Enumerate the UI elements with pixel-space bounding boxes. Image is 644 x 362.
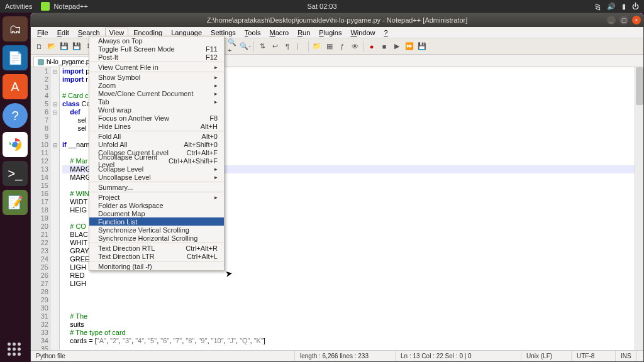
- maximize-button[interactable]: ▢: [619, 16, 628, 25]
- status-encoding: UTF-8: [572, 351, 616, 361]
- notepadpp-appicon: [41, 2, 50, 11]
- menu-edit[interactable]: Edit: [53, 28, 73, 37]
- launcher: 🗂 📄 A ? >_ 📝: [0, 13, 30, 362]
- indent-guide-icon[interactable]: ⎸: [294, 41, 306, 52]
- view-menu-zoom[interactable]: Zoom▸: [89, 81, 224, 89]
- save-macro-icon[interactable]: 💾: [416, 41, 428, 52]
- menu-plugins[interactable]: Plugins: [315, 28, 345, 37]
- view-menu-uncollapse-level[interactable]: Uncollapse Level▸: [89, 173, 224, 181]
- view-menu-unfold-all[interactable]: Unfold AllAlt+Shift+0: [89, 140, 224, 148]
- status-length: length : 6,266 lines : 233: [295, 351, 396, 361]
- window-title: Z:\home\apratakash\Desktop\journaldev\hi…: [207, 16, 468, 24]
- view-menu-hide-lines[interactable]: Hide LinesAlt+H: [89, 122, 224, 130]
- line-gutter: 1234567891011121314151617181920212223242…: [31, 67, 51, 350]
- status-insert-mode: INS: [616, 351, 637, 361]
- launcher-software[interactable]: A: [3, 74, 28, 99]
- launcher-files[interactable]: 🗂: [3, 16, 28, 41]
- zoom-in-icon[interactable]: 🔍+: [227, 41, 238, 52]
- open-file-icon[interactable]: 📂: [46, 41, 57, 52]
- view-menu-project[interactable]: Project▸: [89, 193, 224, 201]
- gnome-topbar: Activities Notepad++ Sat 02:03 ⧎ 🔊 ▮ ⏻: [0, 0, 644, 13]
- battery-icon[interactable]: ▮: [622, 3, 626, 11]
- menu-macro[interactable]: Macro: [266, 28, 293, 37]
- statusbar: Python file length : 6,266 lines : 233 L…: [31, 350, 643, 361]
- view-menu-post-it[interactable]: Post-ItF12: [89, 53, 224, 61]
- menu-?[interactable]: ?: [380, 28, 392, 37]
- record-macro-icon[interactable]: ●: [366, 41, 377, 52]
- view-menu-show-symbol[interactable]: Show Symbol▸: [89, 73, 224, 81]
- tab-file-icon: [38, 59, 44, 65]
- save-all-icon[interactable]: 💾: [71, 41, 82, 52]
- launcher-notepadpp[interactable]: 📝: [3, 190, 28, 215]
- view-menu-synchronize-vertical-scrolling[interactable]: Synchronize Vertical Scrolling: [89, 226, 224, 234]
- close-button[interactable]: ×: [632, 16, 641, 25]
- titlebar[interactable]: Z:\home\apratakash\Desktop\journaldev\hi…: [31, 13, 643, 27]
- view-menu-word-wrap[interactable]: Word wrap: [89, 106, 224, 114]
- view-menu-view-current-file-in[interactable]: View Current File in▸: [89, 63, 224, 71]
- menu-window[interactable]: Window: [347, 28, 379, 37]
- menu-file[interactable]: File: [33, 28, 52, 37]
- power-icon[interactable]: ⏻: [632, 3, 639, 10]
- monitor-icon[interactable]: 👁: [349, 41, 360, 52]
- view-menu-text-direction-ltr[interactable]: Text Direction LTRCtrl+Alt+L: [89, 252, 224, 260]
- menu-tools[interactable]: Tools: [241, 28, 265, 37]
- launcher-chrome[interactable]: [3, 132, 28, 157]
- view-menu-summary-[interactable]: Summary...: [89, 183, 224, 191]
- view-menu-fold-all[interactable]: Fold AllAlt+0: [89, 132, 224, 140]
- volume-icon[interactable]: 🔊: [607, 3, 616, 11]
- tab-label: hi-lo_pygame.py: [47, 58, 92, 65]
- view-menu-toggle-full-screen-mode[interactable]: Toggle Full Screen ModeF11: [89, 45, 224, 53]
- mouse-cursor-icon: ➤: [225, 268, 234, 279]
- save-icon[interactable]: 💾: [58, 41, 70, 52]
- status-position: Ln : 13 Col : 22 Sel : 0 | 0: [396, 351, 521, 361]
- view-menu-synchronize-horizontal-scrolling[interactable]: Synchronize Horizontal Scrolling: [89, 234, 224, 242]
- view-menu-always-on-top[interactable]: Always on Top: [89, 36, 224, 45]
- doc-map-icon[interactable]: ▦: [324, 41, 335, 52]
- launcher-apps-grid[interactable]: [8, 343, 21, 356]
- view-menu-function-list[interactable]: Function List: [89, 217, 224, 226]
- view-menu-dropdown: Always on TopToggle Full Screen ModeF11P…: [89, 36, 225, 271]
- launcher-writer[interactable]: 📄: [3, 45, 28, 70]
- clock[interactable]: Sat 02:03: [307, 3, 336, 10]
- fold-gutter[interactable]: ⊟⊟⊟⊟: [51, 67, 60, 350]
- wordwrap-icon[interactable]: ↩: [269, 41, 280, 52]
- show-all-chars-icon[interactable]: ¶: [282, 41, 293, 52]
- minimize-button[interactable]: _: [607, 16, 616, 25]
- launcher-terminal[interactable]: >_: [3, 161, 28, 186]
- scrollbar-thumb[interactable]: [636, 67, 643, 105]
- view-menu-move-clone-current-document[interactable]: Move/Clone Current Document▸: [89, 89, 224, 97]
- zoom-out-icon[interactable]: 🔍-: [240, 41, 251, 52]
- new-file-icon[interactable]: 🗋: [33, 41, 45, 52]
- status-filetype: Python file: [31, 351, 295, 361]
- view-menu-monitoring-tail-f-[interactable]: Monitoring (tail -f): [89, 262, 224, 270]
- view-menu-folder-as-workspace[interactable]: Folder as Workspace: [89, 201, 224, 209]
- view-menu-uncollapse-current-level[interactable]: Uncollapse Current LevelCtrl+Alt+Shift+F: [89, 156, 224, 165]
- network-icon[interactable]: ⧎: [595, 3, 601, 11]
- vertical-scrollbar[interactable]: [635, 67, 643, 350]
- status-eol: Unix (LF): [521, 351, 572, 361]
- launcher-help[interactable]: ?: [3, 103, 28, 128]
- topbar-app-name[interactable]: Notepad++: [53, 3, 87, 10]
- folder-workspace-icon[interactable]: 📁: [311, 41, 323, 52]
- menu-run[interactable]: Run: [294, 28, 314, 37]
- view-menu-document-map[interactable]: Document Map: [89, 209, 224, 217]
- sync-v-icon[interactable]: ⇅: [257, 41, 268, 52]
- func-list-icon[interactable]: ƒ: [336, 41, 348, 52]
- activities-button[interactable]: Activities: [5, 3, 32, 10]
- stop-macro-icon[interactable]: ■: [379, 41, 390, 52]
- view-menu-focus-on-another-view[interactable]: Focus on Another ViewF8: [89, 114, 224, 122]
- view-menu-tab[interactable]: Tab▸: [89, 97, 224, 106]
- view-menu-text-direction-rtl[interactable]: Text Direction RTLCtrl+Alt+R: [89, 244, 224, 252]
- play-multi-icon[interactable]: ⏩: [404, 41, 415, 52]
- play-macro-icon[interactable]: ▶: [391, 41, 402, 52]
